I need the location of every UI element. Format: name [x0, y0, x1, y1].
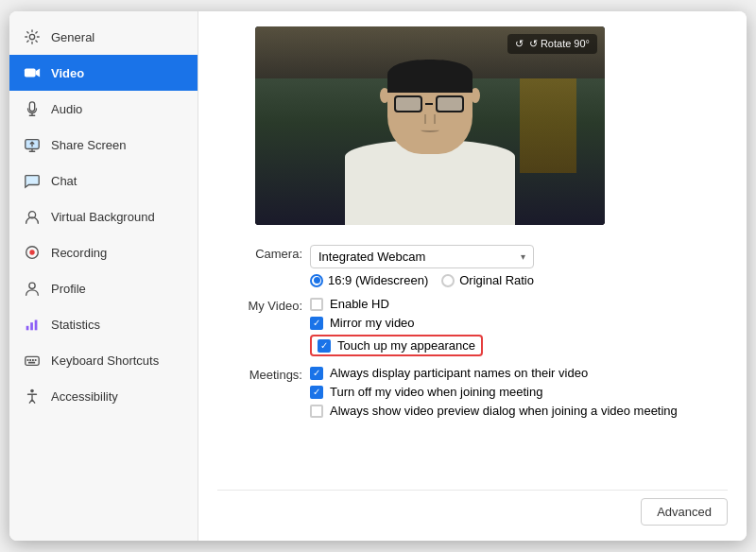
- sidebar-item-virtual-background-label: Virtual Background: [51, 210, 155, 224]
- enable-hd-checkbox[interactable]: Enable HD: [310, 297, 483, 311]
- turn-off-video-indicator: [310, 386, 323, 399]
- chevron-down-icon: ▾: [521, 251, 525, 262]
- display-names-label: Always display participant names on thei…: [330, 366, 588, 380]
- video-icon: [23, 63, 42, 82]
- sidebar-item-keyboard-shortcuts[interactable]: Keyboard Shortcuts: [9, 342, 198, 378]
- turn-off-video-checkbox[interactable]: Turn off my video when joining meeting: [310, 385, 678, 399]
- sidebar-item-profile[interactable]: Profile: [9, 270, 198, 306]
- meetings-row: Meetings: Always display participant nam…: [217, 361, 728, 423]
- sidebar-item-audio[interactable]: Audio: [9, 91, 198, 127]
- sidebar-item-video-label: Video: [51, 66, 84, 80]
- show-preview-label: Always show video preview dialog when jo…: [330, 404, 678, 418]
- my-video-content: Enable HD Mirror my video Touch up my ap…: [310, 297, 483, 356]
- recording-icon: [23, 243, 42, 262]
- sidebar-item-video[interactable]: Video: [9, 55, 198, 91]
- meetings-content: Always display participant names on thei…: [310, 366, 678, 418]
- svg-point-5: [29, 250, 34, 254]
- profile-icon: [23, 279, 42, 298]
- camera-label: Camera:: [217, 245, 302, 261]
- sidebar-item-recording[interactable]: Recording: [9, 234, 198, 270]
- turn-off-video-label: Turn off my video when joining meeting: [330, 385, 542, 399]
- glasses-bridge: [425, 103, 433, 105]
- camera-row: Camera: Integrated Webcam ▾ 16:9 (Widesc…: [217, 240, 728, 292]
- rotate-button[interactable]: ↺ ↺ Rotate 90°: [507, 34, 597, 54]
- sidebar: General Video Audio: [9, 11, 198, 541]
- show-preview-checkbox[interactable]: Always show video preview dialog when jo…: [310, 404, 678, 418]
- radio-original-indicator: [441, 274, 455, 287]
- svg-rect-14: [35, 359, 37, 361]
- svg-rect-7: [26, 326, 29, 331]
- sidebar-item-statistics-label: Statistics: [51, 318, 100, 332]
- svg-rect-11: [27, 359, 29, 361]
- svg-point-0: [29, 34, 34, 39]
- ratio-widescreen-label: 16:9 (Widescreen): [328, 273, 428, 287]
- sidebar-item-chat[interactable]: Chat: [9, 163, 198, 198]
- person-hair: [387, 60, 472, 93]
- ratio-radio-group: 16:9 (Widescreen) Original Ratio: [310, 273, 534, 287]
- svg-point-6: [29, 283, 35, 288]
- show-preview-indicator: [310, 405, 323, 418]
- sidebar-item-general-label: General: [51, 30, 94, 44]
- sidebar-item-keyboard-shortcuts-label: Keyboard Shortcuts: [51, 354, 159, 368]
- touch-up-checkbox[interactable]: Touch up my appearance: [310, 335, 483, 356]
- settings-area: Camera: Integrated Webcam ▾ 16:9 (Widesc…: [217, 240, 728, 423]
- svg-rect-12: [29, 359, 31, 361]
- ratio-widescreen[interactable]: 16:9 (Widescreen): [310, 273, 428, 287]
- mirror-video-label: Mirror my video: [330, 316, 415, 330]
- mirror-video-checkbox[interactable]: Mirror my video: [310, 316, 483, 330]
- my-video-row: My Video: Enable HD Mirror my video: [217, 292, 728, 361]
- sidebar-item-recording-label: Recording: [51, 246, 107, 260]
- bottom-bar: Advanced: [217, 490, 728, 526]
- person-head: [387, 60, 472, 154]
- camera-content: Integrated Webcam ▾ 16:9 (Widescreen) Or…: [310, 245, 534, 287]
- enable-hd-checkbox-indicator: [310, 298, 323, 311]
- sidebar-item-profile-label: Profile: [51, 282, 86, 296]
- sidebar-item-accessibility-label: Accessibility: [51, 389, 118, 404]
- svg-point-16: [30, 389, 34, 393]
- mirror-video-checkbox-indicator: [310, 317, 323, 330]
- display-names-checkbox[interactable]: Always display participant names on thei…: [310, 366, 678, 380]
- rotate-label: ↺ Rotate 90°: [529, 38, 590, 50]
- svg-rect-8: [30, 322, 33, 330]
- touch-up-checkbox-indicator: [318, 339, 331, 353]
- enable-hd-label: Enable HD: [330, 297, 389, 311]
- ratio-original[interactable]: Original Ratio: [441, 273, 534, 287]
- main-content: ↺ ↺ Rotate 90° Camera: Integrated Webcam…: [198, 11, 747, 541]
- gear-icon: [23, 27, 42, 46]
- scene-panel: [520, 78, 576, 173]
- svg-rect-9: [35, 320, 38, 331]
- settings-window: General Video Audio: [9, 11, 747, 541]
- person-glasses: [394, 95, 466, 112]
- keyboard-icon: [23, 351, 42, 370]
- person-mouth: [421, 128, 439, 132]
- sidebar-item-virtual-background[interactable]: Virtual Background: [9, 198, 198, 234]
- share-screen-icon: [23, 135, 42, 154]
- person-figure: [345, 36, 515, 225]
- sidebar-item-share-screen[interactable]: Share Screen: [9, 127, 198, 163]
- sidebar-item-statistics[interactable]: Statistics: [9, 306, 198, 342]
- accessibility-icon: [23, 387, 42, 405]
- ratio-original-label: Original Ratio: [459, 273, 534, 287]
- rotate-icon: ↺: [515, 38, 524, 50]
- svg-rect-13: [32, 359, 34, 361]
- touch-up-label: Touch up my appearance: [337, 338, 475, 353]
- person-nose: [424, 114, 436, 124]
- lens-right: [436, 95, 464, 112]
- svg-rect-15: [28, 362, 35, 364]
- advanced-button[interactable]: Advanced: [641, 498, 728, 526]
- statistics-icon: [23, 315, 42, 334]
- camera-preview: ↺ ↺ Rotate 90°: [255, 26, 605, 225]
- sidebar-item-accessibility[interactable]: Accessibility: [9, 378, 198, 414]
- sidebar-item-audio-label: Audio: [51, 102, 82, 116]
- meetings-label: Meetings:: [217, 366, 302, 382]
- chat-icon: [23, 171, 42, 190]
- svg-rect-1: [25, 69, 36, 78]
- audio-icon: [23, 99, 42, 118]
- sidebar-item-share-screen-label: Share Screen: [51, 138, 127, 152]
- virtual-bg-icon: [23, 207, 42, 226]
- radio-widescreen-indicator: [310, 274, 323, 287]
- sidebar-item-general[interactable]: General: [9, 19, 198, 55]
- camera-dropdown[interactable]: Integrated Webcam ▾: [310, 245, 534, 268]
- camera-dropdown-value: Integrated Webcam: [318, 250, 425, 264]
- sidebar-item-chat-label: Chat: [51, 174, 77, 188]
